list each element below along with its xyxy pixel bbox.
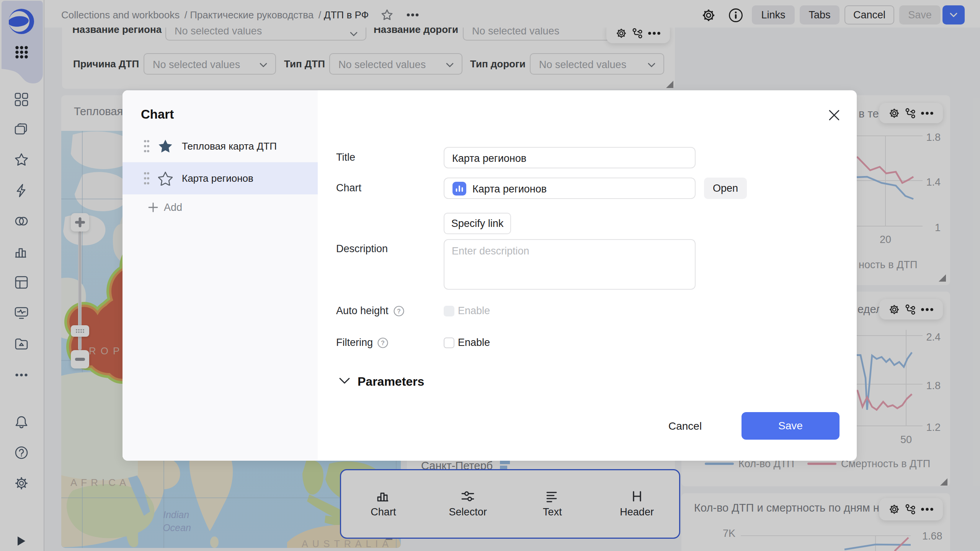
- svg-text:?: ?: [397, 308, 401, 315]
- svg-text:?: ?: [381, 340, 385, 346]
